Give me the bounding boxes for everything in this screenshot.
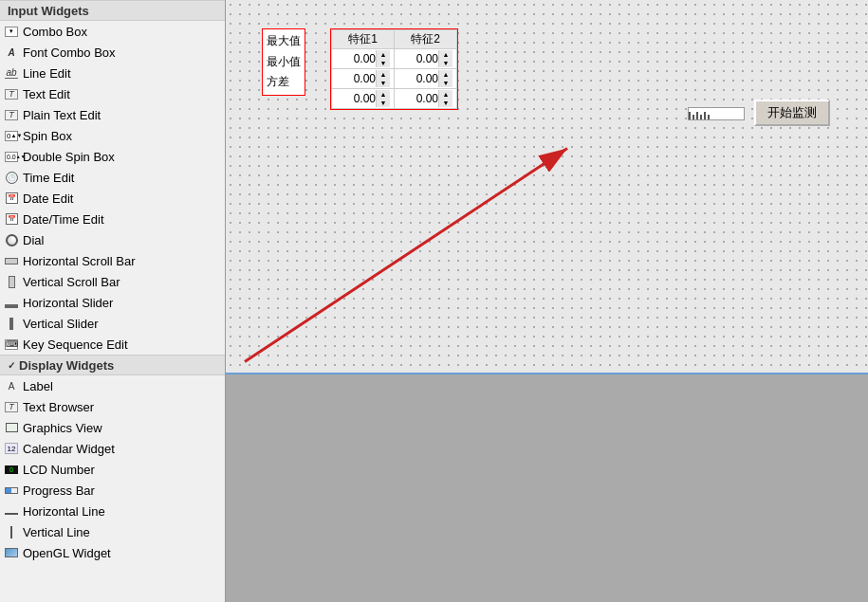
horizontal-line-icon: [4, 503, 19, 519]
text-edit-label: Text Edit: [23, 87, 70, 101]
sidebar-item-opengl-widget[interactable]: OpenGL Widget: [0, 542, 225, 563]
sidebar-item-spin-box[interactable]: 0▲▼ Spin Box: [0, 125, 225, 146]
sidebar-item-progress-bar[interactable]: Progress Bar: [0, 480, 225, 501]
plain-text-edit-label: Plain Text Edit: [23, 108, 101, 122]
graphics-view-icon: [4, 420, 19, 435]
spin-down-0-1[interactable]: ▼: [439, 59, 452, 67]
ruler-mark: [696, 112, 698, 119]
sidebar-item-graphics-view[interactable]: Graphics View: [0, 417, 225, 438]
spin-up-0-1[interactable]: ▲: [439, 50, 452, 59]
canvas-ruler[interactable]: [688, 107, 745, 120]
opengl-widget-label: OpenGL Widget: [23, 546, 111, 560]
spin-input-1-0[interactable]: [336, 70, 376, 87]
spin-up-0-0[interactable]: ▲: [377, 50, 390, 59]
spin-down-2-1[interactable]: ▼: [439, 99, 452, 107]
display-widgets-arrow: ✓: [8, 360, 15, 371]
sidebar-item-date-edit[interactable]: 📅 Date Edit: [0, 188, 225, 209]
sidebar-item-time-edit[interactable]: 🕐 Time Edit: [0, 167, 225, 188]
horizontal-line-label: Horizontal Line: [23, 504, 105, 519]
time-edit-icon: 🕐: [4, 170, 19, 185]
sidebar-item-label[interactable]: A Label: [0, 375, 225, 396]
double-spin-box-label: Double Spin Box: [23, 150, 115, 164]
text-browser-label: Text Browser: [23, 400, 94, 414]
spin-down-1-0[interactable]: ▼: [377, 79, 390, 87]
display-widgets-label: Display Widgets: [19, 358, 114, 373]
sidebar-item-horizontal-slider[interactable]: Horizontal Slider: [0, 292, 225, 313]
cell-1-1[interactable]: ▲ ▼: [395, 69, 457, 89]
spin-up-1-0[interactable]: ▲: [377, 70, 390, 79]
plain-text-edit-icon: T: [4, 107, 19, 122]
spin-down-0-0[interactable]: ▼: [377, 59, 390, 67]
cell-0-0[interactable]: ▲ ▼: [332, 49, 395, 69]
spin-box-label: Spin Box: [23, 129, 72, 143]
ruler-marks: [689, 108, 744, 119]
spin-up-2-1[interactable]: ▲: [439, 90, 452, 99]
vertical-slider-label: Vertical Slider: [23, 317, 98, 331]
sidebar-item-text-browser[interactable]: T Text Browser: [0, 396, 225, 417]
spin-up-1-1[interactable]: ▲: [439, 70, 452, 79]
time-edit-label: Time Edit: [23, 171, 74, 185]
cell-0-1[interactable]: ▲ ▼: [395, 49, 457, 69]
sidebar-item-vertical-slider[interactable]: Vertical Slider: [0, 313, 225, 334]
dial-label: Dial: [23, 233, 44, 247]
sidebar-item-combo-box[interactable]: ▾ Combo Box: [0, 21, 225, 42]
datetime-edit-label: Date/Time Edit: [23, 212, 104, 227]
spin-input-0-0[interactable]: [336, 50, 376, 67]
spin-input-2-0[interactable]: [336, 90, 376, 107]
sidebar-item-key-sequence-edit[interactable]: ⌨ Key Sequence Edit: [0, 334, 225, 355]
spin-buttons-1-0: ▲ ▼: [376, 70, 390, 87]
progress-bar-icon: [4, 483, 19, 498]
design-canvas[interactable]: 最大值 最小值 方差 特征1 特征2: [226, 0, 868, 374]
table-row-2: ▲ ▼ ▲ ▼: [332, 89, 457, 109]
sidebar-item-double-spin-box[interactable]: 0.0▲▼ Double Spin Box: [0, 146, 225, 167]
horizontal-scroll-bar-label: Horizontal Scroll Bar: [23, 254, 136, 268]
sidebar-item-horizontal-scroll-bar[interactable]: Horizontal Scroll Bar: [0, 250, 225, 271]
sidebar-item-line-edit[interactable]: ab Line Edit: [0, 63, 225, 83]
sidebar-item-vertical-scroll-bar[interactable]: Vertical Scroll Bar: [0, 271, 225, 292]
datetime-edit-icon: 📅: [4, 211, 19, 227]
vertical-line-label: Vertical Line: [23, 525, 90, 539]
sidebar: Input Widgets ▾ Combo Box A Font Combo B…: [0, 0, 226, 602]
spin-up-2-0[interactable]: ▲: [377, 90, 390, 99]
cell-1-0[interactable]: ▲ ▼: [332, 69, 395, 89]
date-edit-icon: 📅: [4, 191, 19, 206]
table-row-0: ▲ ▼ ▲ ▼: [332, 49, 457, 69]
spin-input-1-1[interactable]: [398, 70, 438, 87]
spin-input-2-1[interactable]: [398, 90, 438, 107]
label-var: 方差: [267, 72, 301, 93]
sidebar-item-lcd-number[interactable]: 0 LCD Number: [0, 459, 225, 480]
line-edit-icon: ab: [4, 65, 19, 81]
vertical-slider-icon: [4, 316, 19, 331]
label-max: 最大值: [267, 31, 301, 52]
sidebar-item-datetime-edit[interactable]: 📅 Date/Time Edit: [0, 209, 225, 229]
sidebar-item-font-combo-box[interactable]: A Font Combo Box: [0, 42, 225, 63]
sidebar-item-calendar-widget[interactable]: 12 Calendar Widget: [0, 438, 225, 459]
spin-buttons-0-0: ▲ ▼: [376, 50, 390, 67]
progress-bar-label: Progress Bar: [23, 483, 95, 498]
ruler-mark: [700, 115, 702, 119]
sidebar-item-horizontal-line[interactable]: Horizontal Line: [0, 501, 225, 521]
text-browser-icon: T: [4, 399, 19, 414]
calendar-widget-icon: 12: [4, 441, 19, 456]
sidebar-item-vertical-line[interactable]: Vertical Line: [0, 521, 225, 542]
spin-down-2-0[interactable]: ▼: [377, 99, 390, 107]
feature-table: 特征1 特征2 ▲ ▼: [331, 29, 457, 109]
date-edit-label: Date Edit: [23, 192, 73, 206]
cell-2-0[interactable]: ▲ ▼: [332, 89, 395, 109]
cell-2-1[interactable]: ▲ ▼: [395, 89, 457, 109]
start-monitor-button[interactable]: 开始监测: [754, 100, 830, 126]
vertical-scroll-bar-label: Vertical Scroll Bar: [23, 275, 120, 289]
sidebar-item-text-edit[interactable]: T Text Edit: [0, 83, 225, 104]
label-group: 最大值 最小值 方差: [262, 28, 305, 96]
sidebar-item-plain-text-edit[interactable]: T Plain Text Edit: [0, 104, 225, 125]
main-area: 最大值 最小值 方差 特征1 特征2: [226, 0, 868, 602]
spin-down-1-1[interactable]: ▼: [439, 79, 452, 87]
sidebar-item-dial[interactable]: Dial: [0, 229, 225, 250]
lower-gray-area: [226, 374, 868, 602]
svg-line-1: [245, 149, 567, 362]
text-edit-icon: T: [4, 86, 19, 101]
graphics-view-label: Graphics View: [23, 421, 102, 435]
opengl-widget-icon: [4, 545, 19, 560]
combo-box-icon: ▾: [4, 24, 19, 39]
spin-input-0-1[interactable]: [398, 50, 438, 67]
